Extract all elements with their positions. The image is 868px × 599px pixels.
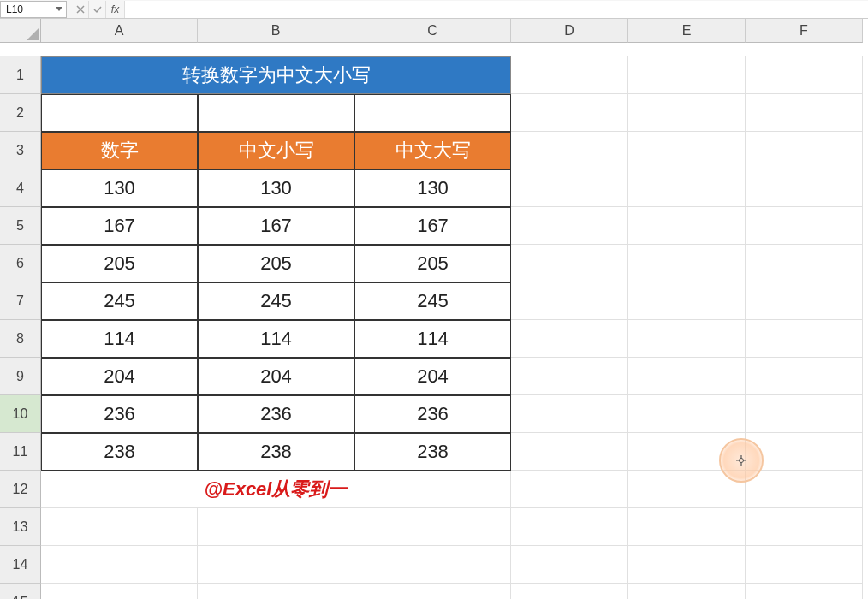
cell-B9[interactable]: 204	[198, 358, 354, 395]
cell-E6[interactable]	[628, 245, 746, 282]
name-box[interactable]: L10	[0, 1, 67, 18]
cell-E8[interactable]	[628, 320, 746, 358]
col-header-E[interactable]: E	[628, 19, 746, 43]
cell-D14[interactable]	[511, 546, 628, 584]
cell-E4[interactable]	[628, 169, 746, 207]
cell-D4[interactable]	[511, 169, 628, 207]
cell-D9[interactable]	[511, 358, 628, 395]
cell-D7[interactable]	[511, 282, 628, 320]
select-all-corner[interactable]	[0, 19, 41, 43]
cell-C5[interactable]: 167	[354, 207, 511, 245]
col-header-B[interactable]: B	[198, 19, 354, 43]
cell-A9[interactable]: 204	[41, 358, 198, 395]
cell-E9[interactable]	[628, 358, 746, 395]
cell-C6[interactable]: 205	[354, 245, 511, 282]
cell-A4[interactable]: 130	[41, 169, 198, 207]
cell-C11[interactable]: 238	[354, 433, 511, 471]
col-header-D[interactable]: D	[511, 19, 628, 43]
cell-A7[interactable]: 245	[41, 282, 198, 320]
col-header-F[interactable]: F	[746, 19, 863, 43]
cell-E1[interactable]	[628, 56, 746, 94]
col-header-A[interactable]: A	[41, 19, 198, 43]
row-header-11[interactable]: 11	[0, 433, 41, 471]
row-header-13[interactable]: 13	[0, 508, 41, 546]
fx-button[interactable]: fx	[106, 1, 125, 18]
cell-D5[interactable]	[511, 207, 628, 245]
title-cell[interactable]: 转换数字为中文大小写	[41, 56, 511, 94]
cell-B15[interactable]	[198, 584, 354, 599]
cell-D6[interactable]	[511, 245, 628, 282]
cell-A2[interactable]	[41, 94, 198, 132]
cell-E2[interactable]	[628, 94, 746, 132]
cell-D13[interactable]	[511, 508, 628, 546]
table-header-lowercase[interactable]: 中文小写	[198, 132, 354, 169]
row-header-7[interactable]: 7	[0, 282, 41, 320]
cell-C10[interactable]: 236	[354, 395, 511, 433]
cell-C7[interactable]: 245	[354, 282, 511, 320]
cell-D1[interactable]	[511, 56, 628, 94]
cell-A6[interactable]: 205	[41, 245, 198, 282]
cell-D10[interactable]	[511, 395, 628, 433]
cell-B14[interactable]	[198, 546, 354, 584]
cell-F12[interactable]	[746, 471, 863, 508]
cell-E11[interactable]	[628, 433, 746, 471]
row-header-9[interactable]: 9	[0, 358, 41, 395]
cell-A15[interactable]	[41, 584, 198, 599]
row-header-8[interactable]: 8	[0, 320, 41, 358]
row-header-4[interactable]: 4	[0, 169, 41, 207]
cell-C9[interactable]: 204	[354, 358, 511, 395]
cell-B11[interactable]: 238	[198, 433, 354, 471]
cell-F1[interactable]	[746, 56, 863, 94]
cell-F6[interactable]	[746, 245, 863, 282]
cell-A5[interactable]: 167	[41, 207, 198, 245]
cell-D8[interactable]	[511, 320, 628, 358]
cell-F2[interactable]	[746, 94, 863, 132]
cell-F14[interactable]	[746, 546, 863, 584]
cell-E10[interactable]	[628, 395, 746, 433]
cell-E12[interactable]	[628, 471, 746, 508]
cell-A13[interactable]	[41, 508, 198, 546]
cell-E3[interactable]	[628, 132, 746, 169]
formula-input[interactable]	[125, 1, 868, 18]
cell-C15[interactable]	[354, 584, 511, 599]
cell-A11[interactable]: 238	[41, 433, 198, 471]
cell-F7[interactable]	[746, 282, 863, 320]
cell-E13[interactable]	[628, 508, 746, 546]
cell-F15[interactable]	[746, 584, 863, 599]
cell-B6[interactable]: 205	[198, 245, 354, 282]
cell-F5[interactable]	[746, 207, 863, 245]
cell-B7[interactable]: 245	[198, 282, 354, 320]
cell-A14[interactable]	[41, 546, 198, 584]
row-header-6[interactable]: 6	[0, 245, 41, 282]
cell-B2[interactable]	[198, 94, 354, 132]
cell-D11[interactable]	[511, 433, 628, 471]
row-header-15[interactable]: 15	[0, 584, 41, 599]
row-header-2[interactable]: 2	[0, 94, 41, 132]
cell-E7[interactable]	[628, 282, 746, 320]
row-header-12[interactable]: 12	[0, 471, 41, 508]
cell-D12[interactable]	[511, 471, 628, 508]
cell-E5[interactable]	[628, 207, 746, 245]
cell-B4[interactable]: 130	[198, 169, 354, 207]
cell-F4[interactable]	[746, 169, 863, 207]
cell-B13[interactable]	[198, 508, 354, 546]
cell-C14[interactable]	[354, 546, 511, 584]
cell-E15[interactable]	[628, 584, 746, 599]
cell-F3[interactable]	[746, 132, 863, 169]
cancel-formula-button[interactable]	[72, 1, 89, 18]
table-header-number[interactable]: 数字	[41, 132, 198, 169]
cell-F11[interactable]	[746, 433, 863, 471]
cell-C4[interactable]: 130	[354, 169, 511, 207]
cell-D3[interactable]	[511, 132, 628, 169]
row-header-10[interactable]: 10	[0, 395, 41, 433]
cell-A10[interactable]: 236	[41, 395, 198, 433]
enter-formula-button[interactable]	[89, 1, 106, 18]
cell-E14[interactable]	[628, 546, 746, 584]
cell-A8[interactable]: 114	[41, 320, 198, 358]
cell-F9[interactable]	[746, 358, 863, 395]
cell-B8[interactable]: 114	[198, 320, 354, 358]
row-header-14[interactable]: 14	[0, 546, 41, 584]
row-header-1[interactable]: 1	[0, 56, 41, 94]
cell-C8[interactable]: 114	[354, 320, 511, 358]
cell-B5[interactable]: 167	[198, 207, 354, 245]
